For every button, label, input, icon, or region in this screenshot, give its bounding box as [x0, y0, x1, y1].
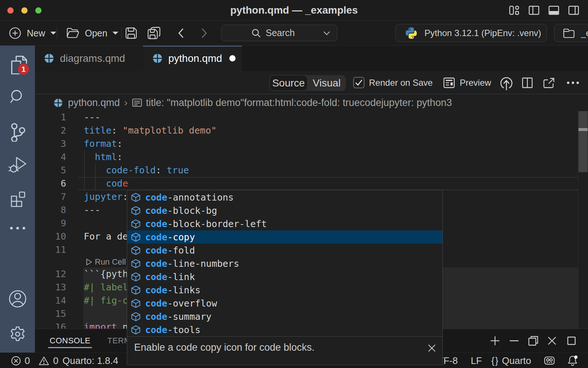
language-mode-status[interactable]: { } Quarto — [491, 353, 531, 368]
modified-indicator-icon[interactable] — [229, 55, 236, 61]
suggestion-label: code-overflow — [145, 298, 217, 309]
toggle-secondary-sidebar-icon[interactable] — [568, 5, 579, 16]
suggestion-item[interactable]: code-block-bg — [127, 204, 442, 217]
sidebar-item-run-debug[interactable] — [0, 154, 35, 176]
render-on-save-checkbox[interactable] — [353, 77, 365, 88]
preview-button[interactable]: Preview — [443, 71, 491, 94]
suggestion-item[interactable]: code-copy — [127, 230, 442, 244]
account-icon — [8, 289, 27, 308]
tab-diagrams-qmd[interactable]: diagrams.qmd — [35, 46, 143, 71]
new-button[interactable]: New — [9, 21, 57, 45]
sidebar-item-source-control[interactable] — [0, 120, 35, 142]
run-cell-codelens[interactable]: Run Cell — [85, 256, 126, 268]
restore-panel-button[interactable] — [526, 329, 541, 353]
suggestion-item[interactable]: code-overflow — [127, 297, 442, 310]
sidebar-item-search[interactable] — [0, 86, 35, 108]
suggestion-item[interactable]: code-tools — [127, 323, 442, 336]
breadcrumb-symbol[interactable]: title: "matplotlib demo"format:html:code… — [146, 97, 452, 109]
chevron-down-icon[interactable] — [322, 29, 331, 37]
minimize-panel-button[interactable] — [507, 329, 521, 353]
search-placeholder: Search — [266, 28, 295, 38]
maximize-panel-button[interactable] — [564, 329, 579, 353]
suggestion-item[interactable]: code-link — [127, 270, 442, 283]
new-console-button[interactable] — [488, 329, 502, 353]
toolbar-separator — [57, 28, 57, 39]
suggestion-label: code-fold — [145, 245, 195, 256]
visual-mode-button[interactable]: Visual — [308, 75, 346, 91]
sidebar-item-more[interactable] — [0, 217, 35, 239]
scrollbar-thumb[interactable] — [578, 111, 588, 172]
quarto-file-icon — [153, 53, 162, 63]
activity-bar: 1 — [0, 46, 35, 353]
more-actions-button[interactable] — [566, 71, 580, 94]
code-line[interactable]: code-fold: true — [84, 164, 189, 177]
assistant-status[interactable] — [543, 353, 556, 368]
save-button[interactable] — [124, 21, 138, 45]
editor-action-bar: Source Visual Render on Save Preview — [35, 71, 588, 94]
line-number: 2 — [35, 124, 66, 137]
suggestion-label: code-annotations — [145, 192, 234, 203]
sidebar-item-extensions[interactable] — [0, 188, 35, 210]
code-line[interactable]: title: "matplotlib demo" — [84, 124, 216, 137]
symbol-module-icon — [131, 232, 141, 242]
breadcrumb: python.qmd › title: "matplotlib demo"for… — [35, 95, 588, 111]
problems-status[interactable]: 0 0 — [11, 353, 58, 368]
toggle-sidebar-icon[interactable] — [528, 5, 539, 16]
bell-icon — [567, 355, 578, 367]
navigate-back-button[interactable] — [176, 21, 187, 45]
symbol-module-icon — [131, 285, 141, 295]
suggestion-item[interactable]: code-annotations — [127, 191, 442, 204]
line-number: 13 — [35, 281, 66, 294]
breadcrumb-separator: › — [124, 97, 128, 109]
top-action-bar: New Open — [0, 21, 588, 46]
suggestion-item[interactable]: code-links — [127, 283, 442, 297]
suggestion-item[interactable]: code-fold — [127, 244, 442, 257]
suggestion-label: code-line-numbers — [145, 258, 239, 269]
settings-button[interactable] — [0, 323, 35, 345]
suggestion-label: code-block-border-left — [145, 219, 267, 229]
source-control-icon — [8, 121, 28, 142]
code-line[interactable]: format: — [84, 137, 122, 151]
open-button[interactable]: Open — [66, 21, 119, 45]
suggestion-item[interactable]: code-block-border-left — [127, 217, 442, 230]
code-line[interactable]: code — [84, 177, 128, 190]
line-number: 8 — [35, 204, 66, 217]
suggestion-item[interactable]: code-summary — [127, 310, 442, 323]
source-mode-button[interactable]: Source — [269, 75, 308, 91]
interpreter-selector[interactable]: Python 3.12.1 (PipEnv: .venv) — [395, 24, 547, 42]
line-number: 12 — [35, 268, 66, 281]
render-document-button[interactable] — [499, 71, 514, 94]
toggle-panel-icon[interactable] — [548, 5, 559, 16]
global-search-input[interactable]: Search — [221, 25, 337, 41]
split-editor-button[interactable] — [520, 71, 535, 94]
sidebar-item-explorer[interactable]: 1 — [0, 53, 35, 75]
customize-layout-icon[interactable] — [509, 5, 520, 16]
breadcrumb-file[interactable]: python.qmd — [68, 97, 120, 109]
quarto-version-status[interactable]: Quarto: 1.8.4 — [62, 353, 118, 368]
scrollbar-track — [578, 111, 578, 329]
code-line[interactable]: --- — [84, 111, 100, 124]
warning-icon — [39, 356, 49, 366]
close-panel-button[interactable] — [545, 329, 559, 353]
code-line[interactable]: --- — [84, 204, 100, 217]
tab-python-qmd[interactable]: python.qmd — [143, 46, 242, 71]
line-number: 1 — [35, 111, 66, 124]
close-icon — [547, 336, 557, 346]
save-all-button[interactable] — [146, 21, 162, 45]
app-window: python.qmd — _examples — [0, 0, 588, 368]
source-visual-toggle: Source Visual — [269, 75, 346, 91]
tab-label: python.qmd — [168, 53, 222, 64]
notifications-button[interactable] — [567, 353, 578, 368]
project-button[interactable]: _examples — [554, 24, 588, 42]
line-number: 7 — [35, 190, 66, 204]
open-in-new-window-button[interactable] — [541, 71, 556, 94]
line-number: 6 — [35, 177, 66, 190]
eol-status[interactable]: LF — [471, 353, 482, 368]
tab-console[interactable]: CONSOLE — [50, 329, 90, 353]
code-line[interactable]: html: — [84, 151, 122, 164]
quarto-version-label: Quarto: 1.8.4 — [62, 355, 118, 367]
account-button[interactable] — [0, 288, 35, 310]
close-icon[interactable] — [427, 343, 437, 353]
navigate-forward-button[interactable] — [198, 21, 209, 45]
suggestion-item[interactable]: code-line-numbers — [127, 257, 442, 270]
